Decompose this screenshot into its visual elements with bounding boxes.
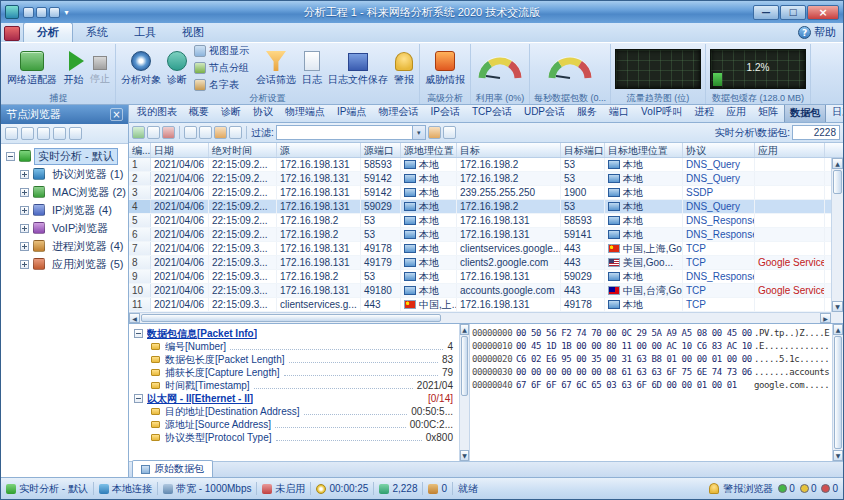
scroll-up-icon[interactable]: ▲ xyxy=(460,324,469,335)
raw-packet-tab[interactable]: 原始数据包 xyxy=(132,460,213,477)
table-row[interactable]: 22021/04/0622:15:09.2...172.16.198.13159… xyxy=(129,172,831,186)
stop-button[interactable]: 停止 xyxy=(87,51,113,86)
decode-scrollbar[interactable]: ▲ ▼ xyxy=(459,324,470,461)
packet-clear-icon[interactable] xyxy=(162,126,175,139)
log-save-button[interactable]: 日志文件保存 xyxy=(325,49,391,87)
column-header-0[interactable]: 编... xyxy=(129,143,151,157)
packet-play-icon[interactable] xyxy=(132,126,145,139)
table-row[interactable]: 102021/04/0622:15:09.3...172.16.198.1314… xyxy=(129,284,831,298)
hex-scrollbar[interactable]: ▲ ▼ xyxy=(832,324,843,461)
decode-row-0[interactable]: 数据包信息[Packet Info] xyxy=(129,327,459,340)
minimize-button[interactable] xyxy=(753,5,779,20)
column-header-9[interactable]: 协议 xyxy=(683,143,755,157)
column-header-4[interactable]: 源端口 xyxy=(361,143,401,157)
column-header-6[interactable]: 目标 xyxy=(457,143,561,157)
expander-icon[interactable] xyxy=(20,206,29,215)
table-row[interactable]: 82021/04/0622:15:09.3...172.16.198.13149… xyxy=(129,256,831,270)
table-row[interactable]: 52021/04/0622:15:09.2...172.16.198.253本地… xyxy=(129,214,831,228)
horizontal-scrollbar[interactable]: ◀ ▶ xyxy=(129,312,831,323)
status-item-1[interactable]: 本地连接 xyxy=(99,482,152,496)
view-tab-7[interactable]: IP会话 xyxy=(424,105,465,122)
table-row[interactable]: 62021/04/0622:15:09.2...172.16.198.253本地… xyxy=(129,228,831,242)
tree-item-4[interactable]: VoIP浏览器 xyxy=(1,219,128,237)
app-menu-icon[interactable] xyxy=(4,26,20,41)
column-header-3[interactable]: 源 xyxy=(277,143,361,157)
decode-row-4[interactable]: 时间戳[Timestamp]2021/04 xyxy=(129,379,459,392)
search-icon[interactable] xyxy=(443,126,456,139)
expander-icon[interactable] xyxy=(20,224,29,233)
view-tab-9[interactable]: UDP会话 xyxy=(518,105,571,122)
view-tab-15[interactable]: 矩阵 xyxy=(752,105,784,122)
view-tab-0[interactable]: 我的图表 xyxy=(131,105,183,122)
view-tab-3[interactable]: 协议 xyxy=(247,105,279,122)
scroll-left-icon[interactable]: ◀ xyxy=(129,313,140,323)
status-item-5[interactable]: 2,228 xyxy=(379,483,417,494)
scroll-down-icon[interactable]: ▼ xyxy=(832,301,843,312)
log-button[interactable]: 日志 xyxy=(299,49,325,87)
horizontal-scroll-thumb[interactable] xyxy=(141,314,441,322)
analysis-object-button[interactable]: 分析对象 xyxy=(118,49,164,87)
panel-close-icon[interactable] xyxy=(110,108,123,121)
filter-dropdown-icon[interactable] xyxy=(412,126,425,139)
quick-open-icon[interactable] xyxy=(36,7,47,18)
view-tab-12[interactable]: VoIP呼叫 xyxy=(635,105,688,122)
decode-row-7[interactable]: 源地址[Source Address]00:0C:2... xyxy=(129,418,459,431)
view-tab-11[interactable]: 端口 xyxy=(603,105,635,122)
view-tab-13[interactable]: 进程 xyxy=(688,105,720,122)
refresh-icon[interactable] xyxy=(229,126,242,139)
column-header-10[interactable]: 应用 xyxy=(755,143,825,157)
apply-filter-icon[interactable] xyxy=(428,126,441,139)
ribbon-tab-2[interactable]: 工具 xyxy=(121,23,169,42)
tree-filter-icon[interactable] xyxy=(37,127,50,140)
quick-save-icon[interactable] xyxy=(49,7,60,18)
view-tab-16[interactable]: 数据包 xyxy=(784,105,826,122)
view-tab-6[interactable]: 物理会话 xyxy=(372,105,424,122)
close-button[interactable] xyxy=(807,5,839,20)
tree-item-0[interactable]: 实时分析 - 默认 xyxy=(1,147,128,165)
column-header-5[interactable]: 源地理位置 xyxy=(401,143,457,157)
print-icon[interactable] xyxy=(199,126,212,139)
column-header-8[interactable]: 目标地理位置 xyxy=(605,143,683,157)
expander-icon[interactable] xyxy=(20,170,29,179)
view-tab-1[interactable]: 概要 xyxy=(183,105,215,122)
vertical-scrollbar[interactable]: ▲ ▼ xyxy=(831,158,843,312)
tree-item-6[interactable]: 应用浏览器 (5) xyxy=(1,255,128,273)
tree-expand-icon[interactable] xyxy=(5,127,18,140)
diagnose-button[interactable]: 诊断 xyxy=(164,49,190,87)
column-header-7[interactable]: 目标端口 xyxy=(561,143,605,157)
node-group-button[interactable]: 节点分组 xyxy=(194,61,249,75)
status-item-2[interactable]: 带宽 - 1000Mbps xyxy=(163,482,252,496)
help-button[interactable]: 帮助 xyxy=(798,25,840,42)
tree-add-icon[interactable] xyxy=(53,127,66,140)
vertical-scroll-thumb[interactable] xyxy=(833,170,842,194)
threat-intel-button[interactable]: 威胁情报 xyxy=(422,49,468,87)
quick-access-dropdown-icon[interactable] xyxy=(62,7,71,18)
tree-item-1[interactable]: 协议浏览器 (1) xyxy=(1,165,128,183)
filter-input[interactable] xyxy=(277,126,412,139)
export-icon[interactable] xyxy=(184,126,197,139)
tree-item-2[interactable]: MAC浏览器 (2) xyxy=(1,183,128,201)
view-tab-2[interactable]: 诊断 xyxy=(215,105,247,122)
view-tab-8[interactable]: TCP会话 xyxy=(466,105,518,122)
table-row[interactable]: 72021/04/0622:15:09.3...172.16.198.13149… xyxy=(129,242,831,256)
decode-row-5[interactable]: 以太网 - II[Ethernet - II][0/14] xyxy=(129,392,459,405)
ribbon-tab-0[interactable]: 分析 xyxy=(23,22,73,42)
expander-icon[interactable] xyxy=(6,152,15,161)
decode-scroll-thumb[interactable] xyxy=(461,336,468,396)
expander-icon[interactable] xyxy=(20,260,29,269)
network-adapter-button[interactable]: 网络适配器 xyxy=(4,49,60,87)
tree-item-3[interactable]: IP浏览器 (4) xyxy=(1,201,128,219)
column-header-2[interactable]: 绝对时间 xyxy=(209,143,277,157)
maximize-button[interactable] xyxy=(780,5,806,20)
table-row[interactable]: 112021/04/0622:15:09.3...clientservices.… xyxy=(129,298,831,312)
scroll-up-icon[interactable]: ▲ xyxy=(832,158,843,169)
name-table-button[interactable]: 名字表 xyxy=(194,78,249,92)
expander-icon[interactable] xyxy=(20,188,29,197)
scroll-up-icon[interactable]: ▲ xyxy=(833,324,843,335)
table-row[interactable]: 92021/04/0622:15:09.3...172.16.198.253本地… xyxy=(129,270,831,284)
columns-icon[interactable] xyxy=(214,126,227,139)
view-display-button[interactable]: 视图显示 xyxy=(194,44,249,58)
hex-scroll-thumb[interactable] xyxy=(834,336,842,449)
decode-row-1[interactable]: 编号[Number]4 xyxy=(129,340,459,353)
table-row[interactable]: 32021/04/0622:15:09.2...172.16.198.13159… xyxy=(129,186,831,200)
